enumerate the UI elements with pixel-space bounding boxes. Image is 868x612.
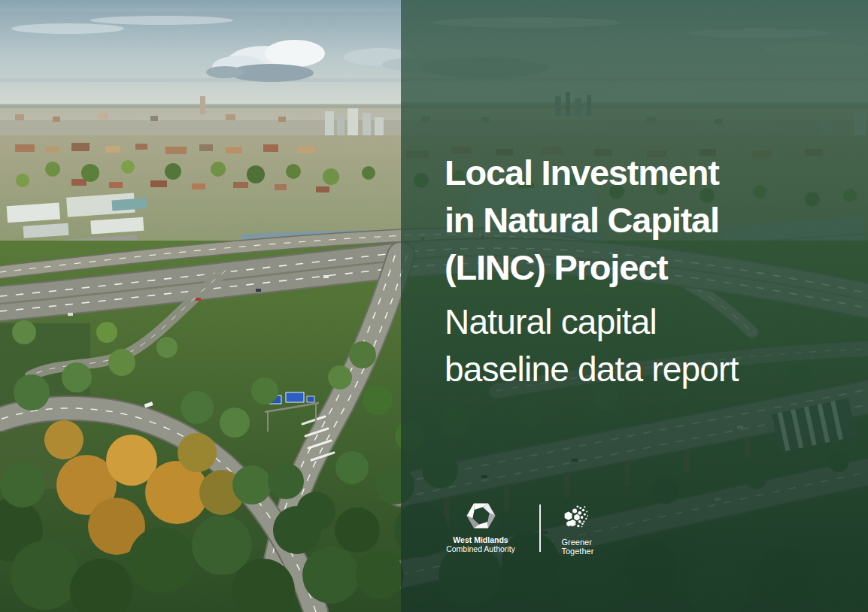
title-line-2: in Natural Capital: [445, 196, 866, 244]
report-cover-page: Local Investment in Natural Capital (LIN…: [0, 0, 868, 612]
report-title: Local Investment in Natural Capital (LIN…: [445, 149, 866, 291]
wmca-logo-block: West Midlands Combined Authority: [443, 501, 518, 553]
greener-together-caption: Greener Together: [562, 538, 594, 556]
logo-row: West Midlands Combined Authority: [443, 501, 593, 556]
greener-together-logo-block: Greener Together: [562, 501, 594, 556]
greener-together-dots-logo-icon: [562, 504, 590, 532]
title-line-3: (LINC) Project: [445, 244, 866, 291]
subtitle-line-2: baseline data report: [445, 346, 866, 393]
wmca-hexagon-logo-icon: [466, 501, 496, 531]
subtitle-line-1: Natural capital: [445, 298, 866, 346]
logo-divider: [539, 504, 541, 552]
greener-line-2: Together: [562, 547, 594, 556]
wmca-name-line-2: Combined Authority: [446, 545, 515, 554]
wmca-name-line-1: West Midlands: [446, 536, 515, 545]
wmca-logo-caption: West Midlands Combined Authority: [446, 536, 515, 553]
greener-line-1: Greener: [562, 538, 594, 547]
title-line-1: Local Investment: [445, 149, 866, 196]
report-subtitle: Natural capital baseline data report: [445, 298, 866, 393]
